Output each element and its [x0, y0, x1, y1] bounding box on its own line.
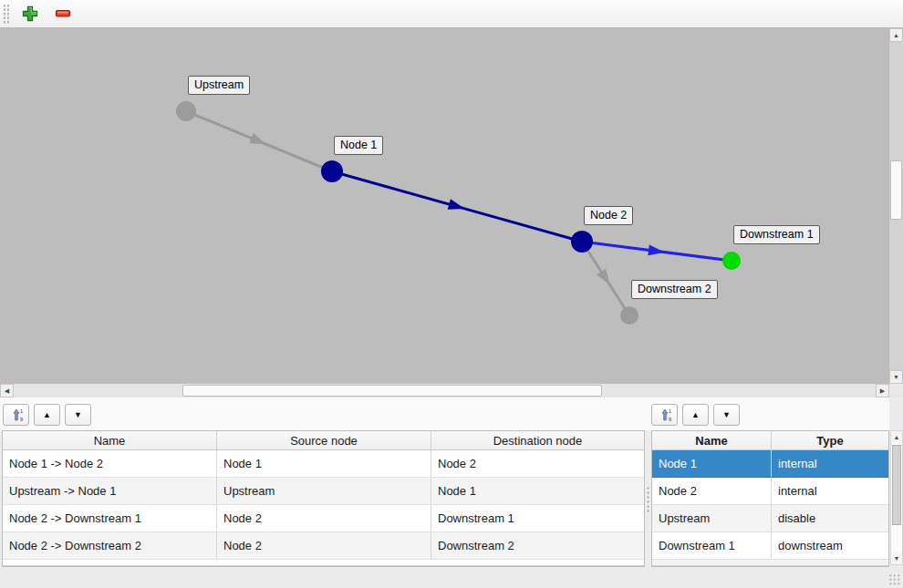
move-edge-down-button[interactable]: ▼ — [65, 404, 91, 426]
vertical-splitter-handle[interactable] — [646, 486, 650, 513]
table-row[interactable]: Node 2 -> Downstream 2Node 2Downstream 2 — [3, 532, 644, 560]
add-node-button[interactable] — [18, 2, 42, 26]
table-cell: Node 2 — [217, 532, 431, 559]
table-cell: Node 1 -> Node 2 — [3, 450, 217, 477]
table-cell: Node 2 — [431, 450, 644, 477]
scroll-left-icon[interactable]: ◀ — [0, 384, 14, 397]
move-node-down-button[interactable]: ▼ — [713, 404, 740, 426]
table-empty-row — [3, 560, 644, 566]
table-row[interactable]: Upstreamdisable — [652, 505, 888, 532]
node-label[interactable]: Upstream — [188, 76, 250, 95]
edge-arrow-icon — [249, 133, 268, 150]
graph-node[interactable] — [321, 160, 343, 182]
table-row[interactable]: Node 1internal — [652, 450, 888, 478]
triangle-up-icon: ▲ — [691, 410, 700, 419]
sort-ascending-icon: 1 9 — [9, 407, 24, 422]
triangle-down-icon: ▼ — [74, 410, 82, 419]
table-cell: Downstream 1 — [431, 505, 644, 531]
table-cell: Downstream 1 — [652, 532, 772, 559]
table-scrollbar-thumb[interactable] — [892, 445, 901, 525]
plus-icon — [22, 5, 38, 22]
edges-table-body: Node 1 -> Node 2Node 1Node 2Upstream -> … — [3, 450, 644, 566]
node-label[interactable]: Downstream 1 — [733, 225, 820, 244]
table-cell: downstream — [772, 532, 888, 559]
table-cell: Node 2 — [217, 505, 431, 531]
svg-text:1: 1 — [20, 408, 23, 414]
edges-table-header: Name Source node Destination node — [3, 431, 644, 450]
table-cell: Node 1 — [431, 478, 644, 504]
scroll-up-icon[interactable]: ▲ — [889, 28, 903, 42]
scroll-right-icon[interactable]: ▶ — [876, 384, 889, 397]
graph-node[interactable] — [176, 101, 196, 121]
sort-ascending-icon: 1 9 — [658, 407, 672, 422]
table-row[interactable]: Node 2internal — [652, 478, 888, 505]
edge-arrow-icon — [597, 269, 615, 289]
table-cell: Node 1 — [217, 450, 431, 477]
move-node-up-button[interactable]: ▲ — [682, 404, 709, 426]
scrollbar-corner — [889, 384, 903, 397]
move-edge-up-button[interactable]: ▲ — [34, 404, 60, 426]
column-header-type[interactable]: Type — [772, 431, 888, 449]
graph-node[interactable] — [571, 231, 593, 253]
node-label[interactable]: Downstream 2 — [631, 280, 718, 299]
column-header-source-node[interactable]: Source node — [217, 431, 431, 449]
nodes-table-scrollbar[interactable]: ▲ ▼ — [890, 430, 903, 565]
table-cell: internal — [772, 450, 888, 477]
table-cell: disable — [772, 505, 888, 531]
bottom-panel: 1 9 ▲ ▼ 1 9 ▲ — [0, 404, 903, 588]
table-cell: internal — [772, 478, 888, 504]
graph-node[interactable] — [620, 306, 638, 325]
window-resize-grip[interactable] — [888, 573, 901, 586]
edges-panel-toolbar: 1 9 ▲ ▼ — [3, 404, 91, 426]
table-cell: Node 2 -> Downstream 2 — [3, 532, 217, 559]
column-header-name[interactable]: Name — [652, 431, 772, 449]
nodes-panel-toolbar: 1 9 ▲ ▼ — [651, 404, 740, 426]
node-label[interactable]: Node 2 — [584, 206, 633, 225]
table-cell: Node 2 -> Downstream 1 — [3, 505, 217, 531]
graph-canvas[interactable]: UpstreamNode 1Node 2Downstream 1Downstre… — [0, 28, 889, 384]
table-row[interactable]: Node 1 -> Node 2Node 1Node 2 — [3, 450, 644, 478]
column-header-name[interactable]: Name — [3, 431, 217, 449]
table-empty-row — [652, 560, 888, 566]
table-row[interactable]: Upstream -> Node 1UpstreamNode 1 — [3, 478, 644, 505]
main-toolbar — [0, 0, 903, 28]
minus-icon — [55, 5, 71, 22]
triangle-down-icon: ▼ — [722, 410, 731, 419]
svg-text:9: 9 — [20, 417, 23, 422]
nodes-table: Name Type Node 1internalNode 2internalUp… — [651, 430, 889, 567]
panel-toolbar-strip — [0, 397, 889, 430]
vertical-scrollbar-thumb[interactable] — [890, 160, 902, 220]
svg-text:1: 1 — [669, 408, 671, 414]
table-cell: Upstream — [652, 505, 772, 531]
graph-node[interactable] — [722, 252, 741, 270]
table-cell: Upstream — [217, 478, 431, 504]
sort-nodes-button[interactable]: 1 9 — [651, 404, 678, 426]
nodes-table-body: Node 1internalNode 2internalUpstreamdisa… — [652, 450, 888, 566]
canvas-horizontal-scrollbar[interactable]: ◀ ▶ — [0, 384, 889, 397]
edges-table: Name Source node Destination node Node 1… — [2, 430, 645, 567]
table-cell: Node 2 — [652, 478, 772, 504]
nodes-table-header: Name Type — [652, 431, 888, 450]
graph-svg — [0, 28, 889, 384]
edge-arrow-icon — [448, 199, 467, 213]
toolbar-drag-handle[interactable] — [3, 4, 9, 24]
table-cell: Upstream -> Node 1 — [3, 478, 217, 504]
scroll-up-icon[interactable]: ▲ — [891, 431, 902, 443]
table-cell: Downstream 2 — [431, 532, 644, 559]
table-row[interactable]: Node 2 -> Downstream 1Node 2Downstream 1 — [3, 505, 644, 532]
node-label[interactable]: Node 1 — [334, 136, 383, 155]
column-header-destination-node[interactable]: Destination node — [431, 431, 644, 449]
application-window: UpstreamNode 1Node 2Downstream 1Downstre… — [0, 0, 903, 588]
canvas-vertical-scrollbar[interactable]: ▲ ▼ — [889, 28, 903, 384]
svg-text:9: 9 — [669, 417, 671, 422]
scroll-down-icon[interactable]: ▼ — [889, 370, 903, 384]
table-row[interactable]: Downstream 1downstream — [652, 532, 888, 560]
sort-edges-button[interactable]: 1 9 — [3, 404, 29, 426]
horizontal-scrollbar-thumb[interactable] — [182, 385, 602, 397]
remove-node-button[interactable] — [51, 2, 75, 26]
triangle-up-icon: ▲ — [43, 410, 51, 419]
table-cell: Node 1 — [652, 450, 772, 477]
scroll-down-icon[interactable]: ▼ — [891, 552, 902, 564]
